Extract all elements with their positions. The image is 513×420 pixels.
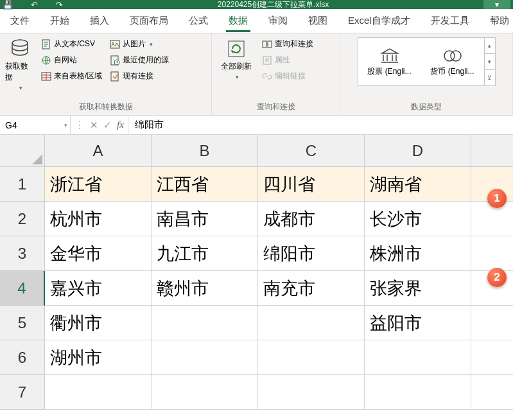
row-header-7[interactable]: 7 xyxy=(0,375,45,410)
ribbon-tabs: 文件 开始 插入 页面布局 公式 数据 审阅 视图 Excel自学成才 开发工具… xyxy=(0,9,513,33)
from-picture-button[interactable]: 从图片▾ xyxy=(107,37,171,51)
col-header-A[interactable]: A xyxy=(45,135,152,167)
row-header-6[interactable]: 6 xyxy=(0,340,45,375)
fx-icon[interactable]: fx xyxy=(117,119,124,130)
cell-C6[interactable] xyxy=(258,340,365,375)
cell-E6[interactable] xyxy=(471,340,513,375)
tab-insert[interactable]: 插入 xyxy=(87,10,112,32)
svg-point-5 xyxy=(112,42,114,44)
name-box[interactable]: G4 ▾ xyxy=(0,116,71,134)
gallery-up-button[interactable]: ▴ xyxy=(485,38,495,54)
svg-point-13 xyxy=(444,51,455,61)
tab-home[interactable]: 开始 xyxy=(48,10,72,32)
queries-connections-button[interactable]: 查询和连接 xyxy=(259,37,316,51)
undo-icon[interactable]: ↶ xyxy=(31,0,38,10)
tab-custom[interactable]: Excel自学成才 xyxy=(345,10,413,32)
connection-icon xyxy=(110,71,120,82)
tab-view[interactable]: 视图 xyxy=(306,10,330,32)
row-headers: 1 2 3 4 5 6 7 xyxy=(0,167,45,410)
redo-icon[interactable]: ↷ xyxy=(56,0,63,10)
tab-file[interactable]: 文件 xyxy=(8,10,32,32)
select-all-corner[interactable] xyxy=(0,135,45,167)
properties-icon xyxy=(262,55,272,66)
text-file-icon xyxy=(41,39,51,49)
cell-C5[interactable] xyxy=(258,306,365,340)
chevron-down-icon: ▾ xyxy=(19,85,22,91)
file-name: 20220425创建二级下拉菜单.xlsx xyxy=(63,0,483,10)
row-header-5[interactable]: 5 xyxy=(0,306,45,340)
tab-pagelayout[interactable]: 页面布局 xyxy=(127,10,171,32)
col-header-B[interactable]: B xyxy=(152,135,258,167)
ribbon-group-queries: 全部刷新 ▾ 查询和连接 属性 编辑链接 查询和连接 xyxy=(212,33,340,115)
cancel-button[interactable]: ✕ xyxy=(90,119,98,131)
ribbon-display-button[interactable]: ▾ xyxy=(483,0,510,9)
tab-formulas[interactable]: 公式 xyxy=(186,10,211,32)
recent-sources-button[interactable]: 最近使用的源 xyxy=(107,53,171,67)
cell-C7[interactable] xyxy=(258,375,365,410)
from-text-csv-button[interactable]: 从文本/CSV xyxy=(39,37,105,51)
svg-rect-8 xyxy=(111,72,118,81)
save-icon[interactable]: 💾 xyxy=(3,0,13,10)
cell-B5[interactable] xyxy=(152,306,258,340)
formula-input[interactable]: 绵阳市 xyxy=(128,116,513,134)
cell-C4[interactable]: 南充市 xyxy=(258,271,365,306)
cell-D6[interactable] xyxy=(365,340,471,375)
cell-A3[interactable]: 金华市 xyxy=(45,236,152,271)
existing-connections-button[interactable]: 现有连接 xyxy=(107,69,171,83)
cell-C2[interactable]: 成都市 xyxy=(258,202,365,236)
col-header-C[interactable]: C xyxy=(258,135,365,167)
col-header-D[interactable]: D xyxy=(365,135,471,167)
edit-links-button[interactable]: 编辑链接 xyxy=(259,69,316,83)
row-header-1[interactable]: 1 xyxy=(0,167,45,202)
cell-A5[interactable]: 衢州市 xyxy=(45,306,152,340)
cell-B2[interactable]: 南昌市 xyxy=(152,202,258,236)
table-icon xyxy=(41,71,51,82)
refresh-all-button[interactable]: 全部刷新 ▾ xyxy=(216,36,257,83)
cell-A7[interactable] xyxy=(45,375,152,410)
cell-A4[interactable]: 嘉兴市 xyxy=(45,271,152,306)
cell-D4[interactable]: 张家界 xyxy=(365,271,471,306)
from-web-button[interactable]: 自网站 xyxy=(39,53,105,67)
cell-D2[interactable]: 长沙市 xyxy=(365,202,471,236)
tab-developer[interactable]: 开发工具 xyxy=(428,10,472,32)
cell-A1[interactable]: 浙江省 xyxy=(45,167,152,202)
cell-B4[interactable]: 赣州市 xyxy=(152,271,258,306)
cell-D7[interactable] xyxy=(365,375,471,410)
cell-E3[interactable] xyxy=(471,236,513,271)
cell-D3[interactable]: 株洲市 xyxy=(365,236,471,271)
col-header-next[interactable] xyxy=(471,135,513,167)
properties-button[interactable]: 属性 xyxy=(259,53,316,67)
row-header-2[interactable]: 2 xyxy=(0,202,45,236)
row-header-3[interactable]: 3 xyxy=(0,236,45,271)
bank-icon xyxy=(379,47,400,65)
ribbon: 获取数据 ▾ 从文本/CSV 自网站 来自表格/区域 从图片▾ 最近使用的源 现… xyxy=(0,33,513,116)
from-table-button[interactable]: 来自表格/区域 xyxy=(39,69,105,83)
tab-data[interactable]: 数据 xyxy=(226,10,250,32)
cell-D5[interactable]: 益阳市 xyxy=(365,306,471,340)
cell-C3[interactable]: 绵阳市 xyxy=(258,236,365,271)
gallery-more-button[interactable]: ⊻ xyxy=(485,70,495,85)
gallery-down-button[interactable]: ▾ xyxy=(485,54,495,70)
enter-button[interactable]: ✓ xyxy=(103,119,112,131)
tab-review[interactable]: 审阅 xyxy=(266,10,290,32)
cell-B7[interactable] xyxy=(152,375,258,410)
cell-A6[interactable]: 湖州市 xyxy=(45,340,152,375)
cell-E5[interactable] xyxy=(471,306,513,340)
ribbon-group-get-transform: 获取数据 ▾ 从文本/CSV 自网站 来自表格/区域 从图片▾ 最近使用的源 现… xyxy=(0,33,212,115)
cell-C1[interactable]: 四川省 xyxy=(258,167,365,202)
link-icon xyxy=(262,39,272,49)
get-data-button[interactable]: 获取数据 ▾ xyxy=(4,36,36,94)
annotation-badge-1: 1 xyxy=(487,189,507,208)
currency-datatype[interactable]: 货币 (Engli... xyxy=(421,38,484,85)
svg-rect-10 xyxy=(263,41,266,48)
tab-help[interactable]: 帮助 xyxy=(487,10,512,32)
cell-B1[interactable]: 江西省 xyxy=(152,167,258,202)
stocks-datatype[interactable]: 股票 (Engli... xyxy=(358,38,421,85)
cells-area: 浙江省 江西省 四川省 湖南省 杭州市 南昌市 成都市 长沙市 金华市 九江市 … xyxy=(45,167,513,410)
cell-D1[interactable]: 湖南省 xyxy=(365,167,471,202)
cell-E7[interactable] xyxy=(471,375,513,410)
cell-B3[interactable]: 九江市 xyxy=(152,236,258,271)
row-header-4[interactable]: 4 xyxy=(0,271,45,306)
cell-B6[interactable] xyxy=(152,340,258,375)
cell-A2[interactable]: 杭州市 xyxy=(45,202,152,236)
